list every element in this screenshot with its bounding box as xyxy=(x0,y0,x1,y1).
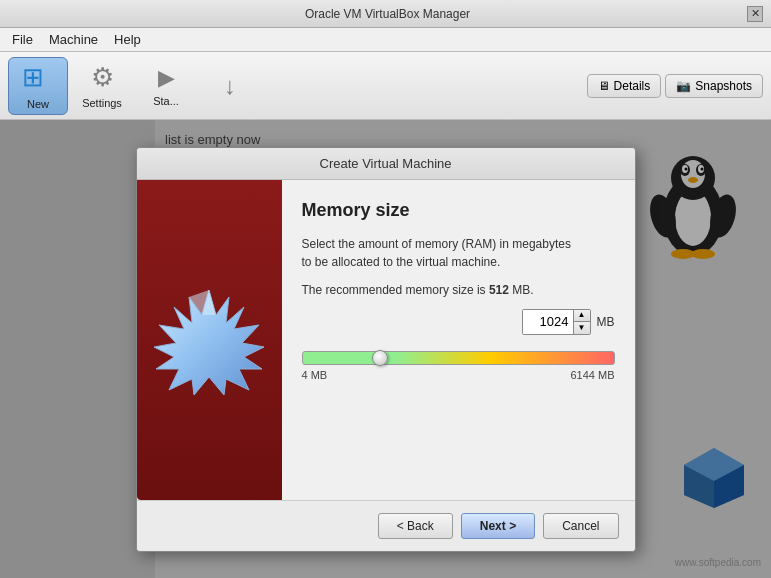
tab-snapshots-label: Snapshots xyxy=(695,79,752,93)
spinbox-row: ▲ ▼ MB xyxy=(302,309,615,335)
menu-machine[interactable]: Machine xyxy=(41,30,106,49)
dialog-content: Memory size Select the amount of memory … xyxy=(282,180,635,500)
cancel-button[interactable]: Cancel xyxy=(543,513,618,539)
dialog-footer: < Back Next > Cancel xyxy=(137,500,635,551)
start-label: Sta... xyxy=(153,95,179,107)
next-button[interactable]: Next > xyxy=(461,513,535,539)
slider-track[interactable] xyxy=(302,351,615,365)
close-button[interactable]: ✕ xyxy=(747,6,763,22)
spinbox-down-button[interactable]: ▼ xyxy=(574,322,590,334)
memory-spinbox-input[interactable] xyxy=(523,310,573,334)
desc2-suffix: MB. xyxy=(509,283,534,297)
recommended-size: 512 xyxy=(489,283,509,297)
section-title: Memory size xyxy=(302,200,615,221)
description-2: The recommended memory size is 512 MB. xyxy=(302,281,615,299)
start-icon xyxy=(158,65,175,91)
toolbar-btn-discard[interactable] xyxy=(200,57,260,115)
memory-unit-label: MB xyxy=(597,315,615,329)
spinbox-up-button[interactable]: ▲ xyxy=(574,310,590,322)
dialog: Create Virtual Machine xyxy=(136,147,636,552)
details-icon: 🖥 xyxy=(598,79,610,93)
toolbar-btn-start[interactable]: Sta... xyxy=(136,57,196,115)
slider-labels: 4 MB 6144 MB xyxy=(302,369,615,381)
discard-icon xyxy=(224,72,236,100)
desc2-prefix: The recommended memory size is xyxy=(302,283,489,297)
toolbar-btn-settings[interactable]: Settings xyxy=(72,57,132,115)
main-area: list is empty now xyxy=(0,120,771,578)
tab-details[interactable]: 🖥 Details xyxy=(587,74,662,98)
tab-details-label: Details xyxy=(614,79,651,93)
back-button[interactable]: < Back xyxy=(378,513,453,539)
spinbox[interactable]: ▲ ▼ xyxy=(522,309,591,335)
description-1: Select the amount of memory (RAM) in meg… xyxy=(302,235,615,271)
spinbox-buttons: ▲ ▼ xyxy=(573,310,590,334)
toolbar-btn-new[interactable]: New xyxy=(8,57,68,115)
new-label: New xyxy=(27,98,49,110)
window-title: Oracle VM VirtualBox Manager xyxy=(28,7,747,21)
slider-min-label: 4 MB xyxy=(302,369,328,381)
menu-help[interactable]: Help xyxy=(106,30,149,49)
window-title-bar: Oracle VM VirtualBox Manager ✕ xyxy=(0,0,771,28)
slider-container: 4 MB 6144 MB xyxy=(302,351,615,381)
toolbar: New Settings Sta... 🖥 Details 📷 Snapshot… xyxy=(0,52,771,120)
menu-bar: File Machine Help xyxy=(0,28,771,52)
slider-max-label: 6144 MB xyxy=(570,369,614,381)
settings-label: Settings xyxy=(82,97,122,109)
dialog-image-panel xyxy=(137,180,282,500)
menu-file[interactable]: File xyxy=(4,30,41,49)
slider-thumb[interactable] xyxy=(372,350,388,366)
tab-snapshots[interactable]: 📷 Snapshots xyxy=(665,74,763,98)
dialog-title-bar: Create Virtual Machine xyxy=(137,148,635,180)
new-icon xyxy=(22,62,54,94)
settings-icon xyxy=(91,62,114,93)
modal-overlay: Create Virtual Machine xyxy=(0,120,771,578)
starburst-icon xyxy=(154,285,264,395)
dialog-body: Memory size Select the amount of memory … xyxy=(137,180,635,500)
snapshots-icon: 📷 xyxy=(676,79,691,93)
